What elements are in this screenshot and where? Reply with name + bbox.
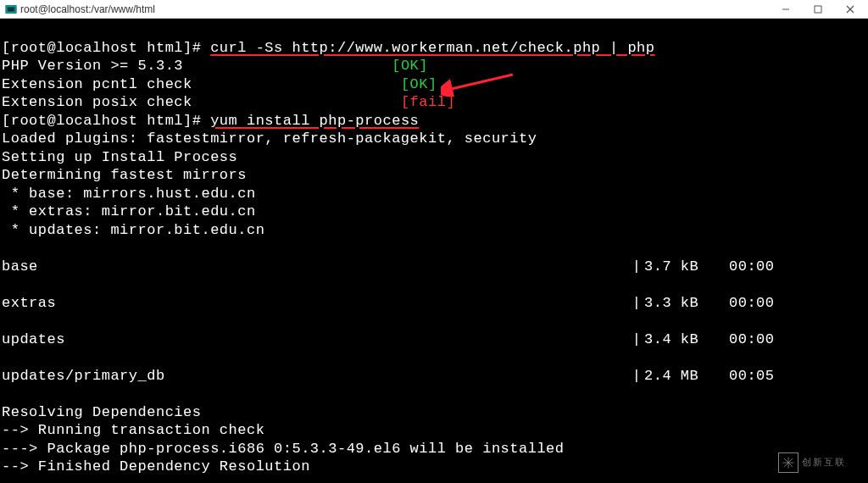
watermark: 创新互联	[778, 447, 863, 478]
watermark-icon	[778, 452, 798, 473]
line-php-version: PHP Version >= 5.3.3	[2, 58, 183, 74]
download-rows: base|3.7 kB00:00 extras|3.3 kB00:00 upda…	[2, 239, 866, 403]
minimize-button[interactable]	[770, 1, 802, 18]
line-finished: --> Finished Dependency Resolution	[2, 458, 310, 475]
terminal[interactable]: [root@localhost html]# curl -Ss http://w…	[0, 19, 868, 483]
line-run-check: --> Running transaction check	[2, 422, 264, 438]
status-ok: [OK]	[401, 76, 437, 92]
line-plugins: Loaded plugins: fastestmirror, refresh-p…	[2, 130, 537, 147]
download-row: base|3.7 kB00:00	[2, 258, 866, 276]
download-row: updates|3.4 kB00:00	[2, 330, 866, 349]
line-posix: Extension posix check	[2, 94, 192, 110]
window-controls	[770, 1, 866, 18]
cmd-curl: curl -Ss http://www.workerman.net/check.…	[210, 40, 654, 56]
line-pkg: ---> Package php-process.i686 0:5.3.3-49…	[2, 441, 565, 457]
prompt: [root@localhost html]#	[2, 113, 210, 129]
download-row: extras|3.3 kB00:00	[2, 294, 866, 313]
line-mirrors: Determining fastest mirrors	[2, 167, 247, 183]
line-setup: Setting up Install Process	[2, 149, 237, 165]
titlebar-left: root@localhost:/var/www/html	[5, 3, 155, 15]
putty-icon	[5, 3, 17, 15]
status-ok: [OK]	[392, 58, 428, 74]
maximize-button[interactable]	[802, 1, 834, 18]
status-fail: [fail]	[401, 94, 455, 110]
line-resolving: Resolving Dependencies	[2, 404, 201, 420]
prompt: [root@localhost html]#	[2, 40, 210, 56]
svg-rect-1	[8, 7, 15, 11]
cmd-yum: yum install php-process	[210, 113, 419, 129]
download-row: updates/primary_db|2.4 MB00:05	[2, 367, 866, 386]
close-button[interactable]	[834, 1, 866, 18]
line-pcntl: Extension pcntl check	[2, 76, 192, 92]
line-mirror-updates: * updates: mirror.bit.edu.cn	[2, 222, 264, 238]
watermark-text: 创新互联	[802, 453, 846, 472]
terminal-content-2: Resolving Dependencies --> Running trans…	[2, 403, 866, 484]
line-mirror-base: * base: mirrors.hust.edu.cn	[2, 186, 256, 202]
line-mirror-extras: * extras: mirror.bit.edu.cn	[2, 203, 256, 219]
svg-rect-3	[815, 6, 821, 13]
window-title: root@localhost:/var/www/html	[20, 3, 155, 15]
terminal-content: [root@localhost html]# curl -Ss http://w…	[2, 39, 866, 240]
window-titlebar: root@localhost:/var/www/html	[0, 0, 868, 19]
